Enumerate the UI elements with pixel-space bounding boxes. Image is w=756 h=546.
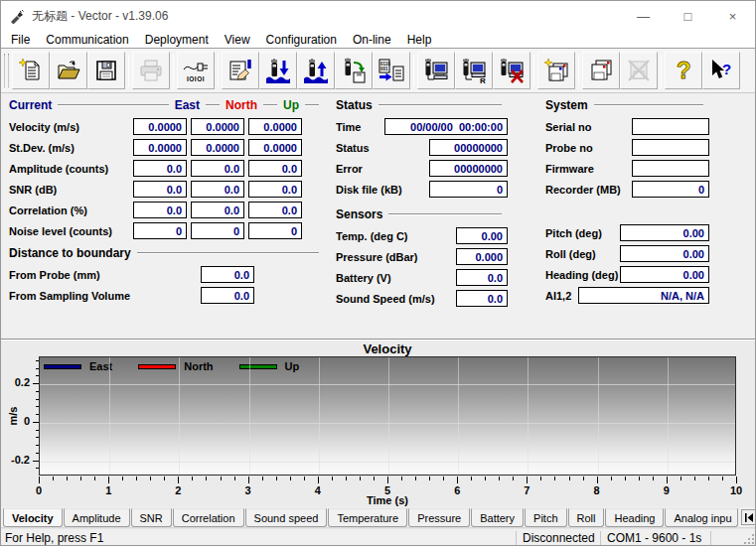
tab-label: Velocity [12,512,54,524]
table-row: Temp. (deg C) 0.00 [336,227,508,244]
x-tick [108,477,109,483]
row-label: AI1,2 [545,290,578,302]
column-header-up: Up [283,98,299,112]
menu-item[interactable]: Help [399,33,440,47]
tab-scroll-first-button[interactable] [741,509,756,525]
tab[interactable]: Heading [605,508,664,527]
save-button[interactable] [87,52,125,89]
section-title: Distance to boundary [9,246,131,260]
x-tick [667,477,668,483]
window-title: 无标题 - Vector - v1.39.06 [32,8,168,25]
value-field: 0.0 [456,269,508,286]
tab[interactable]: Pitch [525,508,566,527]
table-row: Noise level (counts) 000 [9,222,325,239]
x-minor-tick [401,477,402,480]
tab[interactable]: Analog inpu [665,508,738,527]
menu-item[interactable]: Deployment [137,33,217,47]
value-field: 0.0 [191,181,244,198]
x-minor-tick [443,477,444,480]
toolbar-separator [218,55,219,86]
system-section-header: System [545,98,709,112]
erase-recorder-icon [626,58,652,83]
value-field: 0.0000 [248,139,302,156]
menu-item[interactable]: On-line [345,33,399,47]
new-file-icon [18,58,44,83]
print-icon [138,58,164,83]
toolbar-separator [173,55,174,86]
deployment-to-file-button[interactable] [335,52,373,89]
row-label: Correlation (%) [9,205,133,216]
y-gridline [40,384,735,385]
column-header-east: East [175,98,200,112]
recorder-erase-button[interactable] [620,52,658,89]
tab[interactable]: Velocity [3,508,63,527]
tab[interactable]: Sound speed [245,508,328,527]
x-gridline [458,357,459,475]
tab[interactable]: SNR [131,508,172,527]
planning-form-icon [227,58,253,83]
tab[interactable]: Temperature [328,508,407,527]
retrieve-data-button[interactable] [297,52,335,89]
value-field [632,118,709,135]
context-help-arrow-icon: ? [708,58,734,83]
x-minor-tick [569,477,570,480]
row-label: Battery (V) [336,272,456,284]
resize-grip[interactable] [711,529,756,546]
menu-item[interactable]: File [3,33,38,47]
tab-label: Roll [577,512,596,524]
context-help-button[interactable]: ? [702,52,740,89]
binary-conversion-button[interactable]: 0110 001 [373,52,410,89]
new-recorder-file-icon [543,58,569,83]
help-button[interactable]: ? [665,52,702,89]
minimize-button[interactable]: — [621,1,666,31]
value-field: 0.0000 [133,139,187,156]
legend-color-bar [44,364,81,369]
toolbar: IOIOI [1,49,755,93]
instrument-up-arrow-icon [303,58,329,83]
recorder-new-button[interactable] [537,52,575,89]
table-row: Firmware [545,160,709,177]
value-field: 0.000 [456,248,508,265]
legend-label: North [184,360,213,372]
online-stop-button[interactable] [493,52,530,89]
tab-label: Correlation [182,512,235,524]
menu-item[interactable]: Communication [38,33,136,47]
table-row: From Probe (mm) 0.0 [9,266,254,283]
x-gridline [319,357,320,475]
tab[interactable]: Battery [471,508,524,527]
close-button[interactable]: × [710,1,755,31]
value-field: 00/00/00 00:00:00 [384,118,508,135]
x-gridline [249,357,250,475]
online-start-recorder-button[interactable]: R [455,52,493,89]
section-title: Status [336,98,373,112]
legend-label: Up [285,360,300,372]
status-rows: Time 00/00/00 00:00:00 Status 00000000 E… [336,118,508,198]
tab[interactable]: Roll [568,508,605,527]
row-label: Serial no [545,121,632,133]
table-row: Amplitude (counts) 0.00.00.0 [9,160,325,177]
value-field: 0.0 [191,202,244,218]
title-bar: 无标题 - Vector - v1.39.06 — □ × [1,1,755,31]
divider [263,104,277,106]
tab[interactable]: Correlation [173,508,244,527]
x-minor-tick [290,477,291,480]
start-deployment-button[interactable] [259,52,297,89]
menu-item[interactable]: Configuration [258,33,345,47]
x-minor-tick [653,477,654,480]
table-row: Status 00000000 [336,139,508,156]
tab[interactable]: Amplitude [64,508,130,527]
maximize-button[interactable]: □ [666,1,710,31]
deployment-planning-button[interactable] [222,52,259,89]
new-file-button[interactable] [12,52,50,89]
toolbar-grip-handle[interactable] [4,54,9,87]
x-minor-tick [680,477,681,480]
open-file-button[interactable] [50,52,87,89]
recorder-retrieve-button[interactable] [582,52,620,89]
print-button[interactable] [132,52,170,89]
row-label: Status [336,142,429,154]
tab[interactable]: Pressure [408,508,470,527]
menu-item[interactable]: View [217,33,258,47]
online-start-button[interactable] [417,52,455,89]
row-label: Disk file (kB) [336,184,429,196]
terminal-button[interactable]: IOIOI [177,52,215,89]
